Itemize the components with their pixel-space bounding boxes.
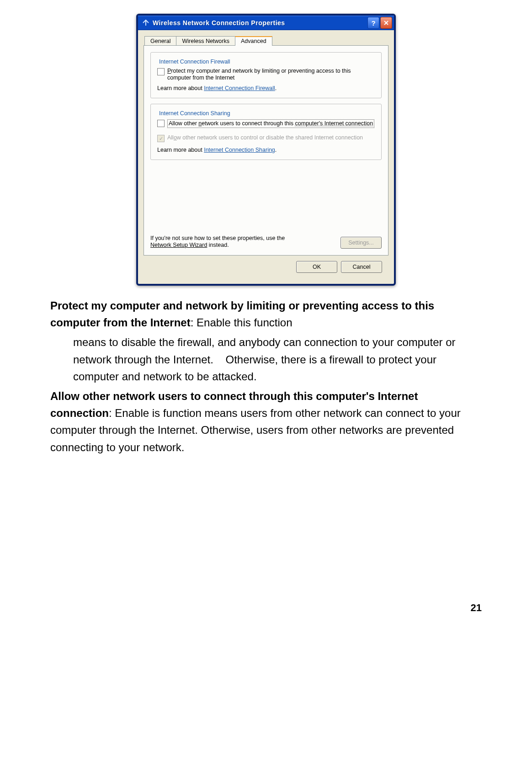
- paragraph2-body: : Enable is function means users from ot…: [50, 407, 461, 453]
- paragraph1-lead: : Enable this function: [191, 316, 293, 329]
- ok-button[interactable]: OK: [296, 261, 337, 273]
- properties-dialog: Wireless Network Connection Properties ?…: [136, 14, 396, 286]
- tab-advanced[interactable]: Advanced: [235, 36, 272, 46]
- paragraph1-body: means to disable the firewall, and anybo…: [50, 334, 482, 385]
- allow-control-checkbox: ✓: [157, 135, 165, 142]
- app-icon: [142, 19, 150, 27]
- tab-general[interactable]: General: [144, 36, 176, 46]
- tab-panel-advanced: Internet Connection Firewall Protect my …: [144, 45, 388, 256]
- network-setup-wizard-link[interactable]: Network Setup Wizard: [150, 242, 207, 248]
- allow-control-label: Allow other network users to control or …: [167, 134, 363, 141]
- allow-connect-checkbox[interactable]: [157, 120, 165, 127]
- window-title: Wireless Network Connection Properties: [153, 19, 367, 27]
- firewall-learn-link[interactable]: Internet Connection Firewall: [204, 85, 275, 91]
- settings-button: Settings...: [340, 237, 382, 249]
- firewall-learn-more: Learn more about Internet Connection Fir…: [157, 85, 375, 91]
- titlebar: Wireless Network Connection Properties ?: [138, 16, 394, 30]
- sharing-group: Internet Connection Sharing Allow other …: [150, 104, 382, 160]
- sharing-learn-link[interactable]: Internet Connection Sharing: [204, 147, 275, 153]
- sharing-legend: Internet Connection Sharing: [157, 110, 232, 117]
- allow-connect-label: Allow other network users to connect thr…: [167, 119, 374, 128]
- tabstrip: General Wireless Networks Advanced: [144, 36, 388, 45]
- tab-wireless-networks[interactable]: Wireless Networks: [176, 36, 235, 46]
- firewall-group: Internet Connection Firewall Protect my …: [150, 52, 382, 98]
- page-number: 21: [50, 602, 482, 614]
- firewall-legend: Internet Connection Firewall: [157, 59, 232, 65]
- protect-checkbox[interactable]: [157, 68, 165, 75]
- protect-label: Protect my computer and network by limit…: [167, 68, 375, 81]
- close-button[interactable]: [380, 17, 392, 29]
- cancel-button[interactable]: Cancel: [341, 261, 382, 273]
- sharing-learn-more: Learn more about Internet Connection Sha…: [157, 147, 375, 153]
- hint-text: If you're not sure how to set these prop…: [150, 235, 301, 249]
- document-body: Protect my computer and network by limit…: [50, 297, 482, 456]
- help-button[interactable]: ?: [367, 17, 379, 29]
